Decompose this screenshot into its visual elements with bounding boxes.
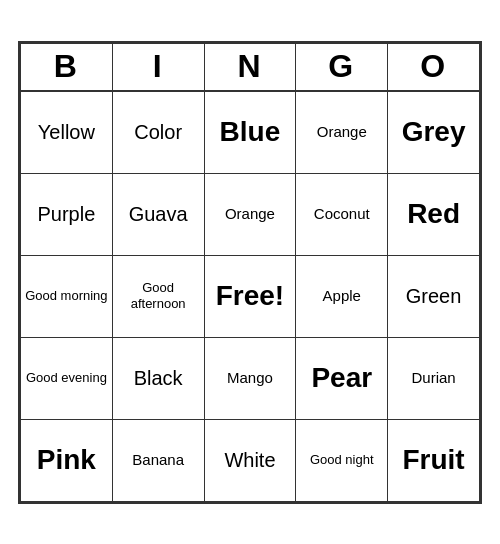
table-row: Good eveningBlackMangoPearDurian	[21, 337, 480, 419]
header-cell: N	[204, 43, 296, 91]
table-cell: Good morning	[21, 255, 113, 337]
cell-label: Purple	[23, 202, 110, 226]
cell-label: Durian	[390, 369, 477, 387]
cell-label: Good afternoon	[115, 280, 202, 311]
table-cell: Coconut	[296, 173, 388, 255]
table-cell: Red	[388, 173, 480, 255]
table-cell: Green	[388, 255, 480, 337]
table-cell: Banana	[112, 419, 204, 501]
cell-label: White	[207, 448, 294, 472]
header-cell: B	[21, 43, 113, 91]
table-cell: Durian	[388, 337, 480, 419]
cell-label: Red	[390, 197, 477, 231]
table-cell: Pink	[21, 419, 113, 501]
cell-label: Good night	[298, 452, 385, 468]
table-row: PurpleGuavaOrangeCoconutRed	[21, 173, 480, 255]
table-cell: Good afternoon	[112, 255, 204, 337]
cell-label: Blue	[207, 115, 294, 149]
cell-label: Green	[390, 284, 477, 308]
cell-label: Coconut	[298, 205, 385, 223]
table-cell: Mango	[204, 337, 296, 419]
cell-label: Free!	[207, 279, 294, 313]
cell-label: Apple	[298, 287, 385, 305]
header-cell: G	[296, 43, 388, 91]
table-cell: Free!	[204, 255, 296, 337]
cell-label: Pear	[298, 361, 385, 395]
header-cell: I	[112, 43, 204, 91]
table-cell: Guava	[112, 173, 204, 255]
bingo-card: BINGO YellowColorBlueOrangeGreyPurpleGua…	[18, 41, 482, 504]
table-row: PinkBananaWhiteGood nightFruit	[21, 419, 480, 501]
table-cell: Black	[112, 337, 204, 419]
table-cell: Good evening	[21, 337, 113, 419]
cell-label: Grey	[390, 115, 477, 149]
cell-label: Fruit	[390, 443, 477, 477]
table-row: Good morningGood afternoonFree!AppleGree…	[21, 255, 480, 337]
table-cell: Color	[112, 91, 204, 173]
cell-label: Orange	[298, 123, 385, 141]
table-cell: Apple	[296, 255, 388, 337]
table-cell: Pear	[296, 337, 388, 419]
table-cell: Blue	[204, 91, 296, 173]
table-cell: Orange	[296, 91, 388, 173]
table-cell: Grey	[388, 91, 480, 173]
bingo-table: BINGO YellowColorBlueOrangeGreyPurpleGua…	[20, 43, 480, 502]
cell-label: Good evening	[23, 370, 110, 386]
cell-label: Banana	[115, 451, 202, 469]
table-cell: White	[204, 419, 296, 501]
cell-label: Good morning	[23, 288, 110, 304]
header-cell: O	[388, 43, 480, 91]
cell-label: Orange	[207, 205, 294, 223]
table-cell: Good night	[296, 419, 388, 501]
cell-label: Mango	[207, 369, 294, 387]
table-row: YellowColorBlueOrangeGrey	[21, 91, 480, 173]
table-cell: Yellow	[21, 91, 113, 173]
cell-label: Guava	[115, 202, 202, 226]
table-cell: Purple	[21, 173, 113, 255]
cell-label: Yellow	[23, 120, 110, 144]
table-cell: Orange	[204, 173, 296, 255]
header-row: BINGO	[21, 43, 480, 91]
cell-label: Color	[115, 120, 202, 144]
cell-label: Black	[115, 366, 202, 390]
table-cell: Fruit	[388, 419, 480, 501]
cell-label: Pink	[23, 443, 110, 477]
